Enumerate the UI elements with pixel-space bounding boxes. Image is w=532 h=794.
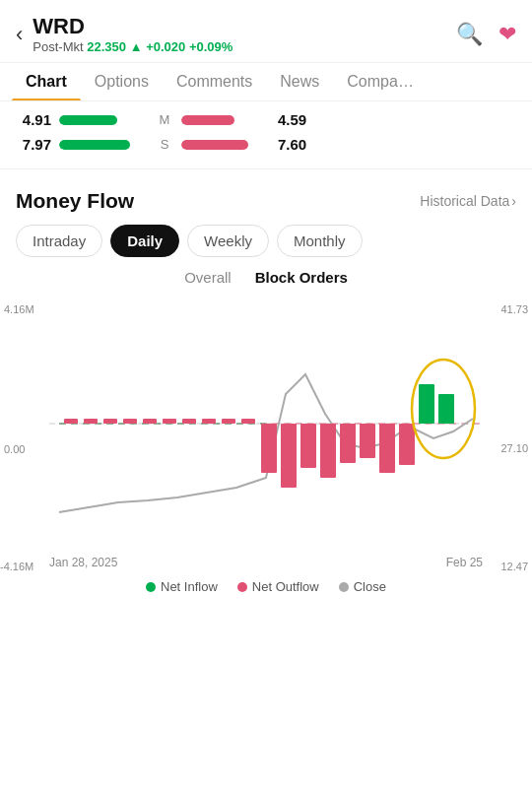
svg-rect-4 bbox=[84, 419, 98, 424]
x-label-left: Jan 28, 2025 bbox=[49, 556, 117, 569]
svg-rect-19 bbox=[379, 424, 395, 473]
svg-rect-5 bbox=[103, 419, 117, 424]
postmkt-change: ▲ bbox=[130, 39, 143, 54]
svg-rect-11 bbox=[222, 419, 235, 424]
postmkt-price: 22.350 bbox=[87, 39, 126, 54]
nav-tabs: Chart Options Comments News Compa… bbox=[0, 63, 532, 101]
x-labels: Jan 28, 2025 Feb 25 bbox=[0, 552, 532, 569]
legend-net-inflow: Net Inflow bbox=[146, 579, 218, 594]
y-label-bottom-left: -4.16M bbox=[0, 561, 33, 572]
chart-container: 4.16M 0.00 -4.16M 41.73 27.10 12.47 bbox=[0, 296, 532, 602]
signal-row-m: 4.91 M 4.59 bbox=[16, 111, 516, 128]
period-tab-weekly[interactable]: Weekly bbox=[187, 225, 269, 257]
svg-rect-8 bbox=[163, 419, 176, 424]
header: ‹ WRD Post-Mkt 22.350 ▲ +0.020 +0.09% 🔍 … bbox=[0, 0, 532, 63]
y-label-top-right: 41.73 bbox=[500, 303, 528, 315]
svg-rect-9 bbox=[182, 419, 196, 424]
ticker-postmkt: Post-Mkt 22.350 ▲ +0.020 +0.09% bbox=[33, 39, 233, 54]
historical-label: Historical Data bbox=[420, 193, 509, 209]
svg-rect-10 bbox=[202, 419, 216, 424]
historical-data-link[interactable]: Historical Data › bbox=[420, 193, 516, 209]
tab-news[interactable]: News bbox=[266, 63, 333, 100]
sub-tab-overall[interactable]: Overall bbox=[184, 269, 232, 286]
signal-section: 4.91 M 4.59 7.97 S 7.60 bbox=[0, 101, 532, 165]
header-right: 🔍 ❤ bbox=[456, 22, 516, 47]
signal-label-m: M bbox=[156, 112, 173, 127]
tab-chart[interactable]: Chart bbox=[12, 63, 81, 100]
tab-options[interactable]: Options bbox=[81, 63, 163, 100]
legend-close: Close bbox=[339, 579, 386, 594]
svg-rect-12 bbox=[241, 419, 255, 424]
money-flow-title: Money Flow bbox=[16, 189, 134, 213]
svg-rect-22 bbox=[438, 394, 454, 424]
tab-comments[interactable]: Comments bbox=[163, 63, 266, 100]
chart-svg bbox=[0, 296, 532, 552]
svg-rect-6 bbox=[123, 419, 137, 424]
header-left: ‹ WRD Post-Mkt 22.350 ▲ +0.020 +0.09% bbox=[16, 14, 233, 54]
money-flow-section: Money Flow Historical Data › Intraday Da… bbox=[0, 173, 532, 286]
legend-label-inflow: Net Inflow bbox=[161, 579, 218, 594]
postmkt-label: Post-Mkt bbox=[33, 39, 83, 54]
y-label-zero: 0.00 bbox=[4, 443, 25, 455]
period-tab-daily[interactable]: Daily bbox=[110, 225, 179, 257]
svg-rect-3 bbox=[64, 419, 78, 424]
period-tab-monthly[interactable]: Monthly bbox=[277, 225, 363, 257]
signal-bar-green-m bbox=[59, 115, 148, 125]
legend-dot-green bbox=[146, 582, 156, 592]
money-flow-header: Money Flow Historical Data › bbox=[16, 189, 516, 213]
svg-rect-16 bbox=[320, 424, 336, 478]
svg-rect-7 bbox=[143, 419, 157, 424]
sub-tabs: Overall Block Orders bbox=[16, 269, 516, 286]
signal-bar-green-s bbox=[59, 140, 148, 150]
svg-rect-15 bbox=[300, 424, 316, 468]
signal-bar-red-s bbox=[181, 140, 270, 150]
signal-row-s: 7.97 S 7.60 bbox=[16, 136, 516, 153]
postmkt-change-val: +0.020 bbox=[146, 39, 185, 54]
legend-label-close: Close bbox=[354, 579, 386, 594]
x-label-right: Feb 25 bbox=[446, 556, 483, 569]
legend-net-outflow: Net Outflow bbox=[237, 579, 319, 594]
svg-rect-21 bbox=[419, 384, 434, 424]
ticker-block: WRD Post-Mkt 22.350 ▲ +0.020 +0.09% bbox=[33, 14, 233, 54]
signal-val-right-m: 4.59 bbox=[278, 111, 313, 128]
y-label-top-left: 4.16M bbox=[4, 303, 34, 315]
y-label-bottom-right: 12.47 bbox=[500, 561, 528, 572]
signal-val-left-m: 4.91 bbox=[16, 111, 51, 128]
period-tab-intraday[interactable]: Intraday bbox=[16, 225, 102, 257]
signal-val-right-s: 7.60 bbox=[278, 136, 313, 153]
signal-bar-red-m bbox=[181, 115, 270, 125]
legend-label-outflow: Net Outflow bbox=[252, 579, 319, 594]
heart-icon[interactable]: ❤ bbox=[499, 22, 516, 47]
tab-company[interactable]: Compa… bbox=[333, 63, 428, 100]
legend: Net Inflow Net Outflow Close bbox=[0, 569, 532, 602]
search-icon[interactable]: 🔍 bbox=[456, 22, 483, 47]
sub-tab-block-orders[interactable]: Block Orders bbox=[255, 269, 348, 286]
svg-rect-14 bbox=[281, 424, 297, 488]
postmkt-pct: +0.09% bbox=[189, 39, 233, 54]
y-label-mid-right: 27.10 bbox=[500, 442, 528, 454]
svg-rect-17 bbox=[340, 424, 356, 463]
divider bbox=[0, 168, 532, 169]
signal-label-s: S bbox=[156, 137, 173, 152]
legend-dot-red bbox=[237, 582, 247, 592]
svg-rect-20 bbox=[399, 424, 415, 465]
svg-rect-18 bbox=[360, 424, 375, 458]
back-icon[interactable]: ‹ bbox=[16, 22, 23, 47]
signal-val-left-s: 7.97 bbox=[16, 136, 51, 153]
legend-dot-gray bbox=[339, 582, 349, 592]
chevron-right-icon: › bbox=[511, 193, 516, 209]
svg-rect-13 bbox=[261, 424, 277, 473]
period-tabs: Intraday Daily Weekly Monthly bbox=[16, 225, 516, 257]
ticker-name: WRD bbox=[33, 14, 233, 39]
